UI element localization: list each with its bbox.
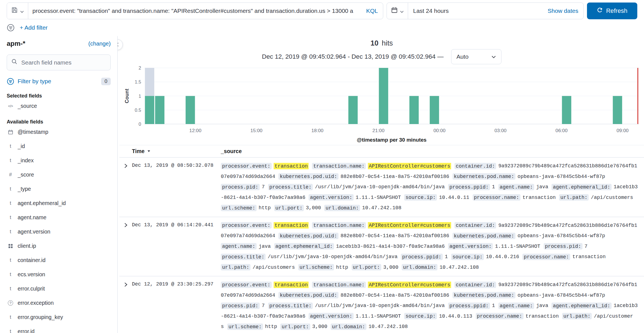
field-key: agent.ephemeral_id: bbox=[551, 303, 611, 309]
unknown-field-type-icon: ? bbox=[7, 300, 14, 306]
filter-by-type-button[interactable]: Filter by type 0 bbox=[7, 75, 111, 87]
field-value: /usr/lib/jvm/java-10-openjdk-amd64/bin/j… bbox=[268, 254, 397, 260]
field-key: agent.name: bbox=[498, 303, 534, 309]
interval-select[interactable]: Auto bbox=[451, 49, 501, 64]
field-key: process.title: bbox=[268, 184, 313, 190]
field-value-highlighted: APIRestController#customers bbox=[368, 282, 451, 288]
field-value: http bbox=[265, 324, 277, 329]
field-key: kubernetes.pod.uid: bbox=[278, 292, 338, 298]
field-item-_source[interactable]: </>_source bbox=[7, 99, 111, 113]
query-language-button[interactable]: KQL bbox=[361, 8, 383, 14]
field-key: source.ip: bbox=[404, 194, 437, 201]
field-key: url.domain: bbox=[331, 324, 366, 330]
field-name: ecs.version bbox=[18, 271, 45, 278]
histogram[interactable]: 00.511.5212:0015:0018:0021:0000:0003:000… bbox=[121, 65, 642, 144]
field-key: processor.event: bbox=[221, 282, 272, 288]
field-value-highlighted: transaction bbox=[274, 222, 309, 229]
change-index-pattern-link[interactable]: (change) bbox=[88, 41, 111, 47]
field-search-input[interactable] bbox=[20, 59, 106, 66]
field-item-agent.version[interactable]: tagent.version bbox=[7, 225, 111, 239]
field-item-ecs.version[interactable]: tecs.version bbox=[7, 267, 111, 282]
add-filter-link[interactable]: + Add filter bbox=[20, 24, 48, 31]
field-item-_type[interactable]: t_type bbox=[7, 182, 111, 196]
field-item-client.ip[interactable]: client.ip bbox=[7, 239, 111, 253]
field-item-_id[interactable]: t_id bbox=[7, 139, 111, 153]
field-item-_score[interactable]: #_score bbox=[7, 168, 111, 182]
field-item-error.grouping_key[interactable]: terror.grouping_key bbox=[7, 310, 111, 324]
index-pattern-title: apm-* bbox=[7, 40, 25, 47]
source-field-type-icon: </> bbox=[7, 104, 14, 108]
svg-text:15:00: 15:00 bbox=[250, 128, 262, 133]
field-key: source.ip: bbox=[404, 313, 437, 319]
refresh-icon bbox=[597, 7, 603, 15]
field-key: processor.event: bbox=[221, 222, 272, 229]
field-key: kubernetes.pod.name: bbox=[453, 233, 515, 239]
field-item-@timestamp[interactable]: @timestamp bbox=[7, 125, 111, 139]
saved-query-menu-button[interactable] bbox=[7, 3, 28, 19]
show-dates-link[interactable]: Show dates bbox=[543, 8, 583, 14]
field-value: transaction bbox=[522, 195, 556, 200]
field-value: 1 bbox=[492, 303, 495, 308]
field-key: process.title: bbox=[221, 254, 266, 260]
field-item-container.id[interactable]: tcontainer.id bbox=[7, 253, 111, 267]
field-key: transaction.name: bbox=[312, 163, 366, 169]
filter-circle-icon bbox=[7, 78, 14, 85]
field-key: transaction.name: bbox=[312, 282, 366, 288]
expand-row-button[interactable] bbox=[119, 220, 132, 273]
calendar-icon bbox=[391, 7, 398, 15]
field-value: 1.11.1-SNAPSHOT bbox=[495, 244, 540, 249]
field-item-error.id[interactable]: terror.id bbox=[7, 324, 111, 333]
time-range-value[interactable]: Last 24 hours bbox=[408, 8, 543, 14]
string-field-type-icon: t bbox=[7, 272, 14, 277]
date-field-type-icon bbox=[7, 129, 14, 135]
refresh-button[interactable]: Refresh bbox=[587, 3, 637, 19]
field-key: container.id: bbox=[454, 282, 496, 288]
filter-settings-icon[interactable] bbox=[7, 24, 15, 32]
field-name: agent.name bbox=[18, 214, 46, 221]
field-key: kubernetes.pod.name: bbox=[453, 173, 515, 180]
field-value: 7 bbox=[262, 303, 265, 308]
hits-label: hits bbox=[382, 39, 393, 47]
field-key: agent.name: bbox=[498, 184, 534, 190]
field-value: 1aceb1b3-8621-4a14-b307-f0a9c7aa98a6 bbox=[336, 244, 445, 249]
table-row: Dec 12, 2019 @ 23:30:25.297processor.eve… bbox=[119, 276, 644, 333]
row-timestamp: Dec 13, 2019 @ 06:14:20.441 bbox=[132, 220, 221, 273]
field-value: 1 bbox=[492, 184, 495, 190]
field-value: 10.47.242.108 bbox=[362, 205, 401, 211]
field-key: process.ppid: bbox=[448, 303, 490, 309]
field-key: url.scheme: bbox=[298, 264, 334, 270]
kibana-discover-app: KQL Last 24 hours Show dates Refresh bbox=[0, 0, 644, 333]
content: apm-* (change) Filter by type 0 Selected… bbox=[0, 36, 644, 333]
time-column-header[interactable]: Time bbox=[132, 148, 221, 154]
query-bar: KQL Last 24 hours Show dates Refresh bbox=[0, 0, 644, 21]
field-key: process.ppid: bbox=[401, 254, 442, 260]
quick-select-date-button[interactable] bbox=[387, 3, 408, 19]
string-field-type-icon: t bbox=[7, 314, 14, 320]
table-header: Time _source bbox=[119, 145, 644, 158]
time-column-label: Time bbox=[132, 148, 145, 154]
field-key: process.ppid: bbox=[448, 184, 490, 190]
field-item-_index[interactable]: t_index bbox=[7, 153, 111, 168]
expand-row-button[interactable] bbox=[119, 161, 132, 213]
number-field-type-icon: # bbox=[7, 172, 14, 178]
field-item-error.culprit[interactable]: terror.culprit bbox=[7, 282, 111, 296]
field-value: opbeans-java-67845c5b44-wf87p bbox=[518, 233, 605, 239]
svg-text:Count: Count bbox=[124, 89, 130, 103]
field-key: url.domain: bbox=[324, 205, 360, 211]
field-key: agent.ephemeral_id: bbox=[551, 184, 611, 190]
table-body: Dec 13, 2019 @ 08:50:32.078processor.eve… bbox=[119, 158, 644, 333]
field-key: url.port: bbox=[280, 324, 310, 330]
field-value: 3,000 bbox=[383, 265, 398, 270]
field-value: opbeans-java-67845c5b44-wf87p bbox=[518, 292, 605, 298]
histogram-svg[interactable]: 00.511.5212:0015:0018:0021:0000:0003:000… bbox=[121, 65, 643, 144]
selected-fields-header: Selected fields bbox=[7, 93, 111, 99]
row-timestamp: Dec 13, 2019 @ 08:50:32.078 bbox=[132, 161, 221, 213]
chevron-down-icon bbox=[491, 53, 496, 60]
field-key: process.pid: bbox=[221, 184, 260, 190]
field-item-agent.ephemeral_id[interactable]: tagent.ephemeral_id bbox=[7, 196, 111, 210]
expand-row-button[interactable] bbox=[119, 280, 132, 332]
query-input[interactable] bbox=[28, 8, 361, 14]
date-picker: Last 24 hours Show dates bbox=[387, 3, 584, 19]
field-item-agent.name[interactable]: tagent.name bbox=[7, 210, 111, 225]
field-item-error.exception[interactable]: ?error.exception bbox=[7, 296, 111, 310]
